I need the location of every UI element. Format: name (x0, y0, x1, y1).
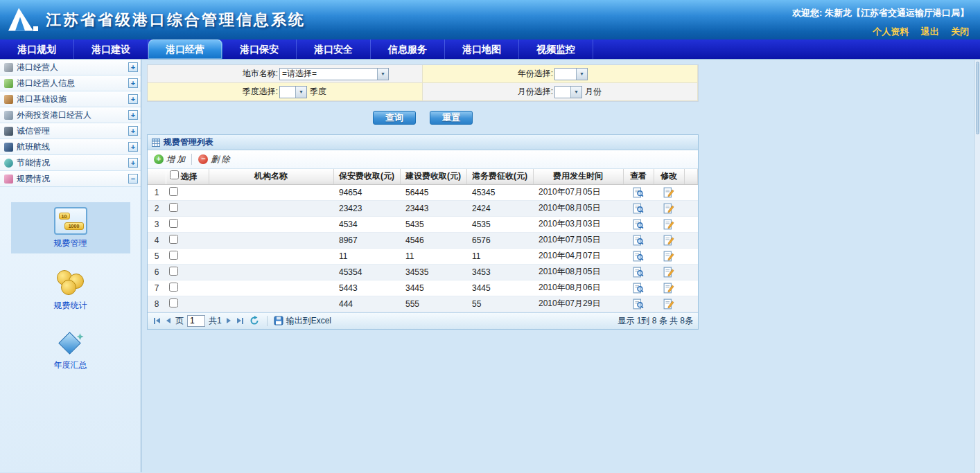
refresh-button[interactable] (248, 314, 261, 327)
sidebar-item-credit-management[interactable]: 诚信管理 + (0, 123, 141, 139)
page-input[interactable] (187, 315, 205, 327)
submenu-item-fee-statistics[interactable]: 规费统计 (11, 265, 130, 316)
view-cell (623, 200, 654, 216)
sidebar-item-foreign-investment[interactable]: 外商投资港口经营人 + (0, 107, 141, 123)
page-label: 页 (175, 315, 184, 327)
prev-page-button[interactable] (165, 314, 172, 327)
expand-button[interactable]: + (128, 142, 138, 152)
modify-button[interactable] (663, 219, 674, 230)
app-body: 港口经营人 + 港口经营人信息 + 港口基础设施 + 外商投资港口经营人 + 诚… (0, 60, 980, 472)
vertical-scrollbar[interactable] (974, 60, 980, 473)
submenu-item-fee-management[interactable]: 10 1000 规费管理 (11, 202, 130, 253)
add-button[interactable]: + 增 加 (154, 154, 185, 166)
collapse-button[interactable]: − (128, 174, 138, 184)
modify-button[interactable] (663, 283, 674, 294)
fee-table: 选择 机构名称 保安费收取(元) 建设费收取(元) 港务费征收(元) 费用发生时… (148, 169, 698, 312)
month-select[interactable]: ▼ (554, 86, 582, 98)
port-fee-cell: 3445 (466, 280, 533, 296)
tab-port-safety[interactable]: 港口安全 (297, 39, 371, 59)
reset-button[interactable]: 重置 (430, 111, 473, 125)
last-page-button[interactable] (236, 314, 245, 327)
modify-button[interactable] (663, 203, 674, 214)
profile-link[interactable]: 个人资料 (873, 26, 909, 37)
first-page-button[interactable] (152, 314, 161, 327)
row-checkbox[interactable] (169, 235, 178, 244)
sidebar-item-fees[interactable]: 规费情况 − (0, 171, 141, 187)
sidebar-item-label: 港口经营人信息 (17, 78, 125, 89)
sidebar-item-operator-info[interactable]: 港口经营人信息 + (0, 75, 141, 91)
row-checkbox[interactable] (169, 283, 178, 292)
expand-button[interactable]: + (128, 78, 138, 88)
brand: 江苏省省级港口综合管理信息系统 (0, 0, 306, 39)
close-link[interactable]: 关闭 (951, 26, 969, 37)
expand-button[interactable]: + (128, 158, 138, 168)
view-icon (633, 235, 644, 246)
expand-button[interactable]: + (128, 110, 138, 120)
view-button[interactable] (633, 203, 644, 214)
view-button[interactable] (633, 251, 644, 262)
tab-port-construction[interactable]: 港口建设 (74, 39, 148, 59)
modify-button[interactable] (663, 187, 674, 198)
sidebar-item-infrastructure[interactable]: 港口基础设施 + (0, 91, 141, 107)
security-fee-cell: 45354 (333, 264, 400, 280)
toolbar-divider (191, 154, 192, 165)
row-checkbox[interactable] (169, 251, 178, 260)
query-button[interactable]: 查询 (373, 111, 416, 125)
fee-date-cell: 2010年03月03日 (533, 216, 623, 232)
tab-video-monitor[interactable]: 视频监控 (519, 39, 593, 59)
modify-cell (654, 264, 684, 280)
org-name-cell (209, 216, 333, 232)
row-number: 7 (148, 280, 166, 296)
view-button[interactable] (633, 235, 644, 246)
view-button[interactable] (633, 219, 644, 230)
expand-button[interactable]: + (128, 62, 138, 72)
month-suffix: 月份 (585, 86, 602, 98)
routes-icon (4, 143, 13, 152)
row-checkbox[interactable] (169, 298, 178, 307)
fee-date-cell: 2010年07月05日 (533, 232, 623, 248)
row-select-cell (166, 216, 209, 232)
tab-port-operation[interactable]: 港口经营 (148, 39, 222, 59)
tab-port-security[interactable]: 港口保安 (222, 39, 297, 59)
sidebar-item-routes[interactable]: 航班航线 + (0, 139, 141, 155)
infrastructure-icon (4, 95, 13, 104)
sidebar-item-port-operator[interactable]: 港口经营人 + (0, 60, 141, 75)
view-button[interactable] (633, 283, 644, 294)
sidebar-item-energy[interactable]: 节能情况 + (0, 155, 141, 171)
delete-button[interactable]: − 删 除 (198, 154, 229, 166)
chevron-down-icon: ▼ (295, 87, 306, 98)
expand-button[interactable]: + (128, 94, 138, 104)
security-fee-cell: 5443 (333, 280, 400, 296)
row-checkbox[interactable] (169, 219, 178, 228)
row-checkbox[interactable] (169, 267, 178, 276)
scrollbar-thumb[interactable] (976, 62, 979, 134)
edit-icon (663, 298, 674, 310)
view-button[interactable] (633, 187, 644, 198)
row-checkbox[interactable] (169, 187, 178, 196)
logout-link[interactable]: 退出 (921, 26, 939, 37)
next-page-button[interactable] (225, 314, 232, 327)
select-all-checkbox[interactable] (170, 170, 179, 179)
year-select[interactable]: ▼ (554, 68, 588, 80)
view-button[interactable] (633, 267, 644, 278)
modify-button[interactable] (663, 251, 674, 262)
view-icon (633, 298, 644, 310)
tab-info-service[interactable]: 信息服务 (371, 39, 445, 59)
modify-button[interactable] (663, 235, 674, 246)
modify-button[interactable] (663, 267, 674, 278)
page-title: 江苏省省级港口综合管理信息系统 (46, 10, 306, 30)
export-excel-button[interactable]: 输出到Excel (274, 315, 331, 327)
welcome-text: 欢迎您: 朱新龙【江苏省交通运输厅港口局】 (792, 7, 969, 19)
submenu-item-annual-summary[interactable]: 年度汇总 (11, 327, 130, 375)
modify-button[interactable] (663, 298, 674, 310)
row-checkbox[interactable] (169, 203, 178, 212)
quarter-select[interactable]: ▼ (279, 86, 307, 98)
tab-port-map[interactable]: 港口地图 (445, 39, 519, 59)
fee-date-cell: 2010年08月05日 (533, 200, 623, 216)
city-select[interactable]: =请选择= ▼ (279, 68, 389, 80)
tab-port-planning[interactable]: 港口规划 (0, 39, 74, 59)
view-button[interactable] (633, 298, 644, 310)
edit-icon (663, 235, 674, 246)
fee-date-cell: 2010年07月29日 (533, 296, 623, 312)
expand-button[interactable]: + (128, 126, 138, 136)
